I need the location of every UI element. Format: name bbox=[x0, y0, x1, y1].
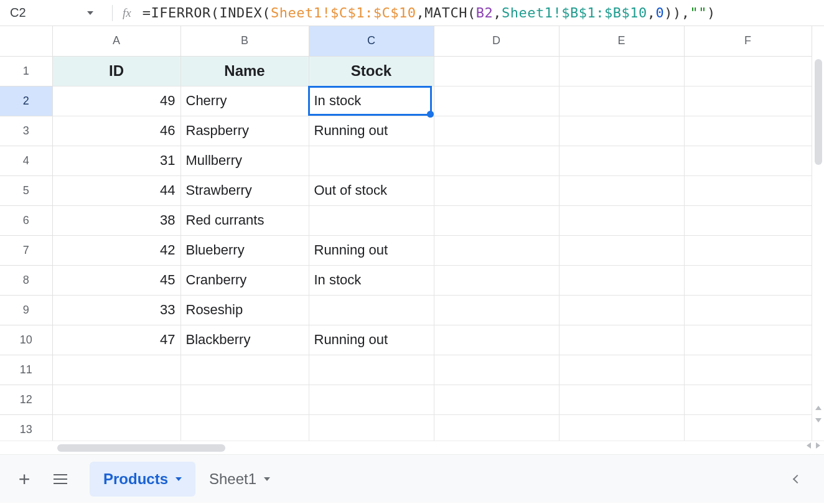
cell[interactable] bbox=[559, 414, 684, 441]
cell[interactable]: 45 bbox=[52, 265, 180, 295]
col-header-d[interactable]: D bbox=[434, 26, 559, 56]
row-header[interactable]: 10 bbox=[0, 325, 52, 355]
cell[interactable] bbox=[559, 385, 684, 414]
row-header[interactable]: 1 bbox=[0, 56, 52, 86]
cell[interactable] bbox=[309, 295, 434, 325]
cell[interactable] bbox=[559, 325, 684, 355]
cell[interactable]: Roseship bbox=[180, 295, 309, 325]
scroll-left-icon[interactable] bbox=[807, 442, 811, 449]
cell-a1[interactable]: ID bbox=[52, 56, 180, 86]
cell[interactable]: Blueberry bbox=[180, 235, 309, 265]
cell[interactable] bbox=[180, 414, 309, 441]
row-header[interactable]: 13 bbox=[0, 414, 52, 441]
cell[interactable] bbox=[684, 355, 812, 385]
cell[interactable] bbox=[434, 86, 559, 116]
cell[interactable] bbox=[434, 175, 559, 205]
scroll-right-icon[interactable] bbox=[816, 442, 820, 449]
cell-c1[interactable]: Stock bbox=[309, 56, 434, 86]
cell[interactable] bbox=[434, 146, 559, 175]
cell[interactable] bbox=[684, 385, 812, 414]
cell[interactable]: 33 bbox=[52, 295, 180, 325]
cell-e1[interactable] bbox=[559, 56, 684, 86]
cell[interactable]: 38 bbox=[52, 205, 180, 235]
add-sheet-button[interactable]: + bbox=[6, 464, 42, 494]
cell[interactable] bbox=[434, 414, 559, 441]
col-header-e[interactable]: E bbox=[559, 26, 684, 56]
cell[interactable] bbox=[684, 265, 812, 295]
row-header[interactable]: 7 bbox=[0, 235, 52, 265]
cell[interactable]: Cranberry bbox=[180, 265, 309, 295]
cell[interactable]: Strawberry bbox=[180, 175, 309, 205]
cell[interactable]: 42 bbox=[52, 235, 180, 265]
cell[interactable] bbox=[684, 116, 812, 146]
cell[interactable] bbox=[434, 205, 559, 235]
cell[interactable]: Blackberry bbox=[180, 325, 309, 355]
cell[interactable] bbox=[434, 235, 559, 265]
cell[interactable] bbox=[684, 175, 812, 205]
row-header[interactable]: 8 bbox=[0, 265, 52, 295]
cell[interactable]: Mullberry bbox=[180, 146, 309, 175]
cell[interactable] bbox=[434, 385, 559, 414]
cell[interactable]: Running out bbox=[309, 116, 434, 146]
row-header[interactable]: 9 bbox=[0, 295, 52, 325]
col-header-c[interactable]: C bbox=[309, 26, 434, 56]
col-header-b[interactable]: B bbox=[180, 26, 309, 56]
cell[interactable]: Raspberry bbox=[180, 116, 309, 146]
cell-d1[interactable] bbox=[434, 56, 559, 86]
cell[interactable] bbox=[559, 175, 684, 205]
cell[interactable] bbox=[434, 295, 559, 325]
cell[interactable]: Running out bbox=[309, 325, 434, 355]
spreadsheet-grid[interactable]: A B C D E F 1 ID Name Stock 2 49 Cherry bbox=[0, 26, 824, 441]
cell[interactable] bbox=[559, 205, 684, 235]
cell[interactable] bbox=[684, 295, 812, 325]
row-header[interactable]: 4 bbox=[0, 146, 52, 175]
cell[interactable] bbox=[309, 355, 434, 385]
cell[interactable] bbox=[559, 235, 684, 265]
vertical-scrollbar[interactable] bbox=[813, 57, 824, 438]
cell[interactable]: 49 bbox=[52, 86, 180, 116]
cell[interactable] bbox=[559, 146, 684, 175]
cell[interactable] bbox=[434, 116, 559, 146]
row-header[interactable]: 12 bbox=[0, 385, 52, 414]
cell[interactable] bbox=[180, 355, 309, 385]
cell[interactable]: Out of stock bbox=[309, 175, 434, 205]
cell[interactable] bbox=[559, 86, 684, 116]
cell[interactable]: Running out bbox=[309, 235, 434, 265]
tab-sheet1[interactable]: Sheet1 bbox=[195, 462, 284, 497]
cell[interactable] bbox=[434, 355, 559, 385]
cell[interactable] bbox=[559, 265, 684, 295]
all-sheets-button[interactable] bbox=[42, 464, 78, 494]
cell-f1[interactable] bbox=[684, 56, 812, 86]
cell-b1[interactable]: Name bbox=[180, 56, 309, 86]
tab-products[interactable]: Products bbox=[90, 462, 195, 497]
horizontal-scrollbar[interactable] bbox=[0, 441, 824, 454]
cell[interactable]: In stock bbox=[309, 265, 434, 295]
cell[interactable]: Red currants bbox=[180, 205, 309, 235]
cell[interactable]: Cherry bbox=[180, 86, 309, 116]
cell[interactable]: 46 bbox=[52, 116, 180, 146]
row-header[interactable]: 6 bbox=[0, 205, 52, 235]
cell[interactable]: 44 bbox=[52, 175, 180, 205]
tab-scroll-left-icon[interactable] bbox=[794, 476, 800, 482]
cell[interactable] bbox=[309, 385, 434, 414]
cell[interactable] bbox=[684, 414, 812, 441]
cell[interactable]: 31 bbox=[52, 146, 180, 175]
cell[interactable] bbox=[309, 414, 434, 441]
cell[interactable] bbox=[180, 385, 309, 414]
cell[interactable] bbox=[309, 146, 434, 175]
cell[interactable] bbox=[52, 414, 180, 441]
cell[interactable] bbox=[684, 235, 812, 265]
fx-icon[interactable]: fx bbox=[123, 6, 131, 20]
tab-dropdown-icon[interactable] bbox=[176, 477, 182, 481]
tab-dropdown-icon[interactable] bbox=[264, 477, 270, 481]
cell[interactable] bbox=[684, 146, 812, 175]
horizontal-scroll-thumb[interactable] bbox=[57, 444, 225, 452]
cell[interactable] bbox=[434, 265, 559, 295]
cell[interactable] bbox=[559, 355, 684, 385]
row-header[interactable]: 2 bbox=[0, 86, 52, 116]
scroll-down-icon[interactable] bbox=[814, 414, 823, 426]
cell[interactable] bbox=[52, 385, 180, 414]
col-header-a[interactable]: A bbox=[52, 26, 180, 56]
row-header[interactable]: 3 bbox=[0, 116, 52, 146]
col-header-f[interactable]: F bbox=[684, 26, 812, 56]
